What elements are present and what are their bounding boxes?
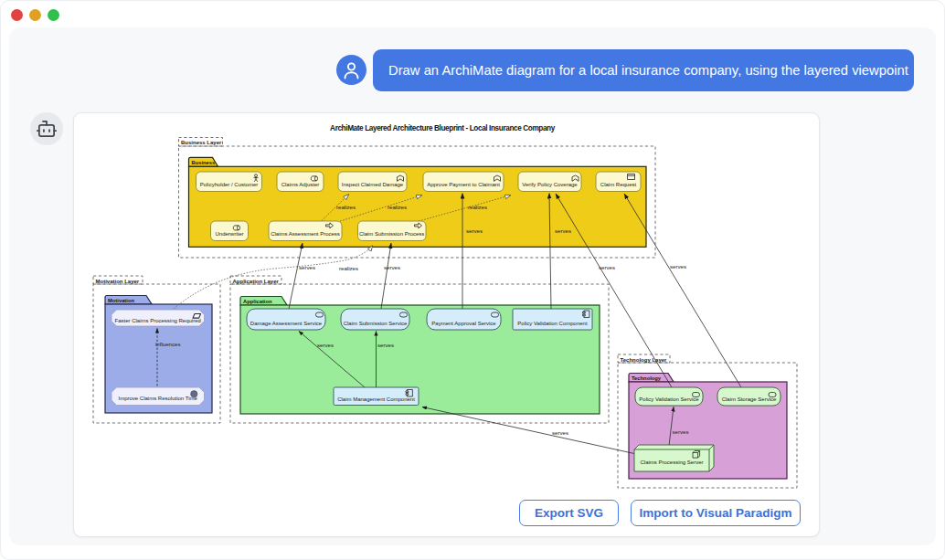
svg-text:Business Layer: Business Layer [181,140,222,145]
svg-text:Policy Validation Component: Policy Validation Component [517,321,588,326]
svg-text:Verify Policy Coverage: Verify Policy Coverage [522,182,578,187]
svg-text:Approve Payment to Claimant: Approve Payment to Claimant [427,182,500,187]
svg-text:influences: influences [155,341,180,347]
svg-text:Policyholder / Customer: Policyholder / Customer [200,182,259,187]
svg-text:Damage Assessment Service: Damage Assessment Service [250,321,323,326]
svg-text:serves: serves [599,264,615,270]
svg-text:Inspect Claimed Damage: Inspect Claimed Damage [342,182,404,187]
svg-text:Business: Business [192,160,216,165]
svg-text:realizes: realizes [336,204,356,210]
svg-text:Faster Claims Processing Requi: Faster Claims Processing Required [115,318,201,323]
svg-text:realizes: realizes [388,204,407,210]
svg-text:Application: Application [243,299,272,304]
svg-text:Policy Validation Service: Policy Validation Service [639,396,699,402]
svg-text:Improve Claims Resolution Time: Improve Claims Resolution Time [119,396,198,401]
svg-text:Technology: Technology [632,375,662,381]
svg-text:serves: serves [466,227,483,234]
svg-text:Claim Submission Service: Claim Submission Service [344,321,408,326]
svg-text:serves: serves [377,342,394,348]
svg-text:Claim Submission Process: Claim Submission Process [359,231,424,237]
svg-text:Payment Approval Service: Payment Approval Service [431,321,496,326]
svg-text:serves: serves [552,429,568,436]
svg-text:Claim Request: Claim Request [600,182,637,187]
svg-text:Claim Storage Service: Claim Storage Service [722,396,777,402]
svg-text:Application Layer: Application Layer [233,279,280,284]
svg-text:serves: serves [670,263,686,269]
svg-text:Underwriter: Underwriter [215,231,243,237]
svg-text:Claims Processing Server: Claims Processing Server [640,460,703,465]
svg-text:serves: serves [299,264,315,270]
svg-text:serves: serves [384,264,400,270]
svg-text:serves: serves [317,342,334,348]
svg-text:Claims Assessment Process: Claims Assessment Process [271,231,340,237]
svg-text:serves: serves [555,227,571,234]
svg-text:Motivation: Motivation [108,298,134,303]
svg-text:ArchiMate Layered Architecture: ArchiMate Layered Architecture Blueprint… [330,124,556,132]
svg-text:Claims Adjuster: Claims Adjuster [281,182,320,187]
svg-text:serves: serves [673,428,689,435]
svg-text:Claim Management Component: Claim Management Component [337,396,415,402]
svg-text:realizes: realizes [339,265,358,271]
svg-text:Motivation Layer: Motivation Layer [96,279,140,284]
svg-text:Technology Layer: Technology Layer [621,357,668,363]
svg-text:realizes: realizes [468,204,487,210]
